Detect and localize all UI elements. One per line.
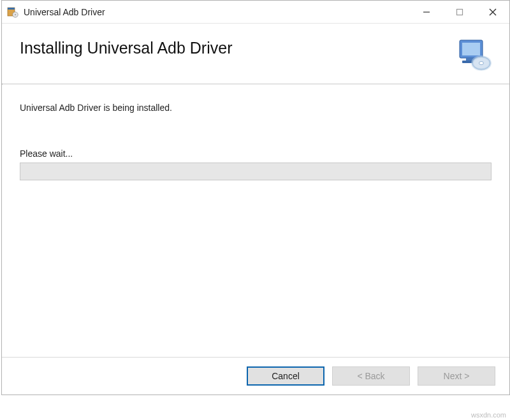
svg-rect-1 bbox=[8, 8, 15, 10]
close-button[interactable] bbox=[476, 1, 509, 23]
svg-point-3 bbox=[15, 13, 16, 15]
svg-rect-5 bbox=[457, 9, 463, 15]
watermark: wsxdn.com bbox=[471, 411, 506, 419]
content-area: Universal Adb Driver is being installed.… bbox=[2, 85, 509, 180]
minimize-button[interactable] bbox=[410, 1, 443, 23]
cancel-button[interactable]: Cancel bbox=[247, 366, 324, 386]
computer-disc-icon bbox=[457, 39, 492, 71]
installer-icon bbox=[7, 6, 18, 18]
installer-window: Universal Adb Driver Installing Universa… bbox=[1, 0, 510, 395]
progress-bar bbox=[20, 163, 492, 180]
svg-rect-9 bbox=[462, 43, 480, 55]
status-text: Universal Adb Driver is being installed. bbox=[20, 103, 492, 113]
header: Installing Universal Adb Driver bbox=[2, 24, 509, 83]
back-button: < Back bbox=[332, 366, 410, 386]
titlebar: Universal Adb Driver bbox=[2, 1, 509, 24]
footer: Cancel < Back Next > bbox=[2, 357, 509, 395]
window-title: Universal Adb Driver bbox=[24, 7, 410, 17]
maximize-button[interactable] bbox=[443, 1, 476, 23]
wait-text: Please wait... bbox=[20, 148, 492, 159]
svg-point-14 bbox=[479, 62, 484, 65]
window-controls bbox=[410, 1, 509, 23]
page-title: Installing Universal Adb Driver bbox=[20, 39, 232, 57]
next-button: Next > bbox=[418, 366, 495, 386]
